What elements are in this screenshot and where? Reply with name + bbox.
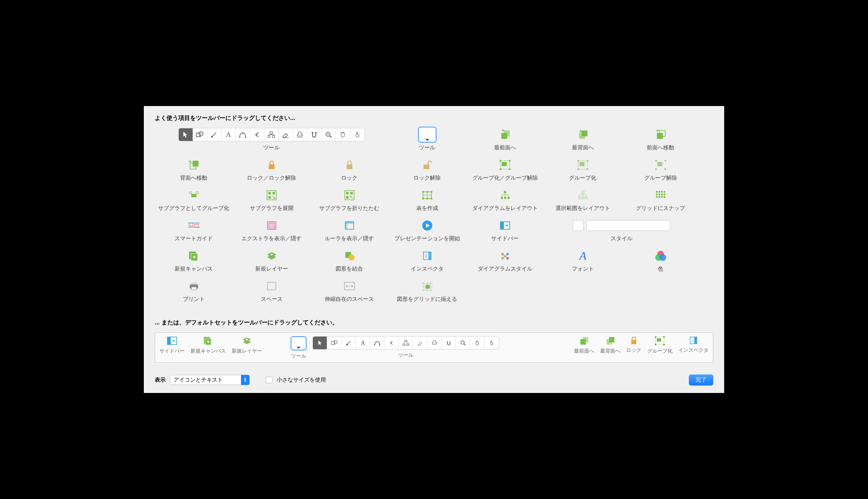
default-toolbar-set[interactable]: サイドバー 新規キャンバス 新規レイヤー ツール A xyxy=(155,332,713,363)
shape-tool-icon[interactable] xyxy=(327,337,341,349)
toolbar-customize-sheet: よく使う項目をツールバーにドラッグしてください... A xyxy=(143,105,725,394)
item-align-to-grid[interactable]: 図形をグリッドに揃える xyxy=(388,279,466,303)
item-font[interactable]: A フォント xyxy=(544,249,622,273)
back-tool-icon[interactable] xyxy=(250,128,265,141)
text-tool-icon[interactable]: A xyxy=(356,337,370,349)
ds-bring-front[interactable]: 最前面へ xyxy=(574,336,594,355)
item-send-back[interactable]: 最背面へ xyxy=(544,128,622,151)
item-layout-selection[interactable]: 選択範囲をレイアウト xyxy=(544,188,622,212)
item-show-extras[interactable]: エクストラを表示／隠す xyxy=(233,219,310,242)
small-size-checkbox[interactable] xyxy=(266,377,273,383)
ds-tool-dropdown[interactable]: ツール xyxy=(291,336,307,360)
pen-tool-icon[interactable] xyxy=(370,337,384,349)
hierarchy-tool-icon[interactable] xyxy=(399,337,413,349)
style-name-input[interactable] xyxy=(586,220,670,231)
item-space[interactable]: スペース xyxy=(233,279,310,303)
ds-new-canvas[interactable]: 新規キャンバス xyxy=(191,336,226,355)
svg-rect-33 xyxy=(423,165,429,169)
svg-rect-28 xyxy=(657,133,663,139)
style-swatch[interactable] xyxy=(573,220,584,231)
item-group[interactable]: グループ化 xyxy=(544,158,622,182)
dropdown-triangle-icon xyxy=(425,139,429,141)
style-field[interactable] xyxy=(573,220,670,231)
item-sidebar[interactable]: サイドバー xyxy=(466,219,544,242)
ds-tools-strip[interactable]: A ツール xyxy=(312,336,499,359)
ds-label: ツール xyxy=(398,352,413,359)
pointer-tool-icon[interactable] xyxy=(179,128,193,141)
eraser-tool-icon[interactable] xyxy=(413,337,427,349)
svg-rect-37 xyxy=(509,160,511,162)
item-layout-diagram[interactable]: ダイアグラムをレイアウト xyxy=(466,188,544,212)
ds-new-layer[interactable]: 新規レイヤー xyxy=(232,336,262,355)
item-group-ungroup[interactable]: グループ化／グループ解除 xyxy=(466,158,544,182)
item-new-layer[interactable]: 新規レイヤー xyxy=(233,249,310,273)
text-tool-icon[interactable]: A xyxy=(222,128,236,141)
item-label: グリッドにスナップ xyxy=(636,204,685,212)
ds-group[interactable]: グループ化 xyxy=(647,336,672,355)
svg-rect-42 xyxy=(577,160,579,162)
item-diagram-style[interactable]: ダイアグラムスタイル xyxy=(466,249,544,273)
ds-send-back[interactable]: 最背面へ xyxy=(600,336,620,355)
pen-tool-icon[interactable] xyxy=(236,128,250,141)
magnet-tool-icon[interactable] xyxy=(307,128,322,141)
magnet-tool-icon[interactable] xyxy=(442,337,456,349)
item-flex-space[interactable]: 伸縮自在のスペース xyxy=(310,279,388,303)
tools-strip[interactable]: A xyxy=(312,336,499,350)
stamp-tool-icon[interactable] xyxy=(293,128,307,141)
item-inspector[interactable]: i インスペクタ xyxy=(388,249,466,273)
item-move-backward[interactable]: 背面へ移動 xyxy=(155,158,233,182)
item-style[interactable]: スタイル xyxy=(544,219,699,242)
click-tool-icon[interactable] xyxy=(484,337,499,349)
svg-rect-63 xyxy=(346,196,349,199)
item-smart-guide[interactable]: スマートガイド xyxy=(155,219,233,242)
svg-rect-97 xyxy=(661,194,663,195)
item-tool-dropdown[interactable]: ツール xyxy=(388,128,466,151)
item-expand-subgraph[interactable]: サブグラフを展開 xyxy=(233,188,310,212)
item-ungroup[interactable]: グループ解除 xyxy=(622,158,699,182)
svg-rect-82 xyxy=(582,191,584,193)
item-label: 新規レイヤー xyxy=(255,265,288,273)
eraser-tool-icon[interactable] xyxy=(279,128,293,141)
item-label: 図形をグリッドに揃える xyxy=(397,295,457,303)
back-tool-icon[interactable] xyxy=(384,337,399,349)
shape-tool-icon[interactable] xyxy=(193,128,207,141)
show-mode-select[interactable]: アイコンとテキスト ▲▼ xyxy=(170,375,250,385)
ds-inspector[interactable]: i インスペクタ xyxy=(678,336,709,354)
item-lock-unlock[interactable]: ロック／ロック解除 xyxy=(233,158,310,182)
line-tool-icon[interactable] xyxy=(341,337,356,349)
item-label: サブグラフを展開 xyxy=(250,204,294,212)
svg-point-6 xyxy=(245,137,246,138)
item-collapse-subgraph[interactable]: サブグラフを折りたたむ xyxy=(310,188,388,212)
pointer-tool-icon[interactable] xyxy=(313,337,327,349)
hand-tool-icon[interactable] xyxy=(336,128,350,141)
item-print[interactable]: プリント xyxy=(155,279,233,303)
ds-lock[interactable]: ロック xyxy=(626,336,641,354)
space-icon xyxy=(267,281,277,291)
item-start-presentation[interactable]: プレゼンテーションを開始 xyxy=(388,219,466,242)
hand-tool-icon[interactable] xyxy=(470,337,484,349)
stamp-tool-icon[interactable] xyxy=(427,337,442,349)
ds-sidebar[interactable]: サイドバー xyxy=(159,336,185,355)
item-new-canvas[interactable]: 新規キャンバス xyxy=(155,249,233,273)
zoom-tool-icon[interactable] xyxy=(322,128,336,141)
click-tool-icon[interactable] xyxy=(350,128,365,141)
item-lock[interactable]: ロック xyxy=(310,158,388,182)
inspector-icon: i xyxy=(423,251,432,260)
expand-subgraph-icon xyxy=(267,190,277,200)
item-create-table[interactable]: 表を作成 xyxy=(388,188,466,212)
item-unlock[interactable]: ロック解除 xyxy=(388,158,466,182)
item-tools-strip[interactable]: A ツール xyxy=(155,128,388,151)
tools-strip[interactable]: A xyxy=(178,128,365,141)
item-color[interactable]: 色 xyxy=(622,249,699,273)
done-button[interactable]: 完了 xyxy=(689,374,713,385)
item-show-rulers[interactable]: ルーラを表示／隠す xyxy=(310,219,388,242)
hierarchy-tool-icon[interactable] xyxy=(265,128,279,141)
line-tool-icon[interactable] xyxy=(207,128,222,141)
item-combine-shapes[interactable]: 図形を結合 xyxy=(310,249,388,273)
item-bring-front[interactable]: 最前面へ xyxy=(466,128,544,151)
zoom-tool-icon[interactable] xyxy=(456,337,470,349)
item-snap-grid[interactable]: グリッドにスナップ xyxy=(622,188,699,212)
svg-rect-38 xyxy=(500,168,501,170)
item-move-forward[interactable]: 前面へ移動 xyxy=(622,128,699,151)
item-subgraph-group[interactable]: サブグラフとしてグループ化 xyxy=(155,188,233,212)
